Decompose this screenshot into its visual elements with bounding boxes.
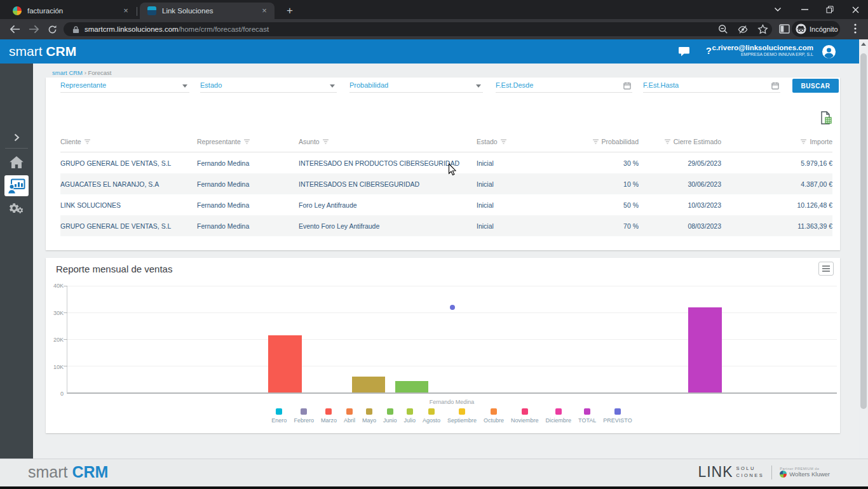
filter-estado[interactable]: Estado xyxy=(200,79,337,93)
window-chevron-button[interactable] xyxy=(765,0,790,19)
breadcrumb-current: Forecast xyxy=(88,69,111,76)
url-path: /home/crm/forecast/forecast xyxy=(179,25,269,33)
legend-label: Octubre xyxy=(484,417,504,424)
column-header-estado[interactable]: Estado xyxy=(477,138,561,145)
new-tab-button[interactable]: + xyxy=(282,3,297,18)
legend-label: Diciembre xyxy=(546,417,572,424)
footer-brand: smart CRM xyxy=(28,463,108,481)
bottom-black-bar xyxy=(0,486,868,489)
table-row[interactable]: AGUACATES EL NARANJO, S.A Fernando Medin… xyxy=(60,173,832,194)
bookmark-button[interactable] xyxy=(757,24,768,37)
footer-divider xyxy=(771,466,772,479)
filter-representante[interactable]: Representante xyxy=(60,79,189,93)
filter-icon xyxy=(244,139,250,144)
point-previsto xyxy=(450,305,455,310)
legend-label: TOTAL xyxy=(578,417,596,424)
sidebar-item-home[interactable] xyxy=(0,156,33,168)
eye-crossed-icon xyxy=(737,25,749,34)
zoom-button[interactable] xyxy=(718,24,728,37)
filter-icon xyxy=(801,139,806,144)
column-header-cierre-estimado[interactable]: Cierre Estimado xyxy=(639,138,721,145)
kebab-menu-icon xyxy=(854,23,857,34)
legend-item: Septiembre xyxy=(447,408,477,424)
export-excel-button[interactable] xyxy=(818,111,832,124)
breadcrumb-root-link[interactable]: smart CRM xyxy=(52,69,83,76)
legend-swatch xyxy=(366,408,372,415)
user-block[interactable]: c.rivero@linksoluciones.com EMPRESA DEMO… xyxy=(712,43,814,58)
tab-title: facturación xyxy=(27,7,121,15)
reload-icon xyxy=(48,25,57,34)
cell-estado: Inicial xyxy=(477,180,561,188)
bar-total xyxy=(688,307,722,392)
window-restore-button[interactable] xyxy=(817,0,843,19)
tab-link-soluciones[interactable]: Link Soluciones × xyxy=(140,3,275,19)
cell-cliente: AGUACATES EL NARANJO, S.A xyxy=(60,180,197,188)
column-header-representante[interactable]: Representante xyxy=(197,138,299,145)
cell-importe: 10.126,48 € xyxy=(721,201,832,209)
sidebar-item-settings[interactable] xyxy=(0,202,33,217)
chart-legend: Enero Febrero Marzo Abril Mayo Junio xyxy=(67,408,837,424)
legend-swatch xyxy=(276,408,282,415)
axis-tick xyxy=(64,366,67,366)
window-close-button[interactable] xyxy=(843,0,868,19)
column-header-asunto[interactable]: Asunto xyxy=(299,138,477,145)
tab-close-icon[interactable]: × xyxy=(259,6,269,16)
filter-fecha-desde[interactable]: F.Est.Desde xyxy=(496,79,632,93)
table-row[interactable]: GRUPO GENERAL DE VENTAS, S.L Fernando Me… xyxy=(60,215,832,236)
legend-swatch xyxy=(407,408,413,415)
legend-label: PREVISTO xyxy=(603,417,632,424)
table-row[interactable]: LINK SOLUCIONES Fernando Medina Foro Ley… xyxy=(60,194,832,215)
axis-tick xyxy=(64,286,67,286)
scroll-up-button[interactable] xyxy=(859,39,868,48)
cell-asunto: INTERESADOS EN CIBERSEGURIDAD xyxy=(299,180,477,188)
cell-estado: Inicial xyxy=(477,159,561,167)
sidebar-item-forecast-active[interactable] xyxy=(4,175,29,196)
scrollbar-thumb[interactable] xyxy=(860,53,867,409)
filter-label: F.Est.Desde xyxy=(496,81,533,89)
main-content: smart CRM › Forecast Representante Estad… xyxy=(33,64,859,459)
legend-item: Diciembre xyxy=(546,408,572,424)
chat-button[interactable] xyxy=(678,46,690,59)
buscar-button[interactable]: BUSCAR xyxy=(792,79,839,93)
cell-probabilidad: 10 % xyxy=(561,180,639,188)
restore-icon xyxy=(826,6,834,13)
legend-label: Marzo xyxy=(321,417,337,424)
address-bar[interactable]: smartcrm.linksoluciones.com/home/crm/for… xyxy=(64,22,772,36)
partner-text: Partner PREMIUM de xyxy=(780,467,830,471)
user-avatar-button[interactable] xyxy=(822,44,836,62)
legend-swatch xyxy=(428,408,435,415)
breadcrumb-separator: › xyxy=(85,69,86,76)
help-button[interactable]: ? xyxy=(706,45,712,56)
sidebar-expand-button[interactable] xyxy=(0,133,33,142)
cell-asunto: Evento Foro Ley Antifraude xyxy=(299,222,477,230)
chart-menu-button[interactable] xyxy=(818,262,834,276)
filter-label: F.Est.Hasta xyxy=(643,81,679,89)
y-tick-0: 0 xyxy=(47,391,64,397)
column-header-probabilidad[interactable]: Probabilidad xyxy=(561,138,639,145)
back-button[interactable] xyxy=(9,24,20,34)
x-axis-category-label: Fernando Medina xyxy=(67,399,837,405)
link-soluciones-logo-text: SOLU CIONES xyxy=(736,466,764,478)
filter-label: Representante xyxy=(60,81,106,89)
window-minimize-button[interactable] xyxy=(792,0,817,19)
user-email: c.rivero@linksoluciones.com xyxy=(712,43,814,52)
privacy-eye-button[interactable] xyxy=(737,25,749,37)
side-panel-button[interactable] xyxy=(779,24,790,36)
gridline xyxy=(67,286,837,286)
url-text: smartcrm.linksoluciones.com/home/crm/for… xyxy=(85,25,269,33)
forward-button[interactable] xyxy=(28,24,39,34)
table-body: GRUPO GENERAL DE VENTAS, S.L Fernando Me… xyxy=(60,152,832,236)
table-row[interactable]: GRUPO GENERAL DE VENTAS, S.L Fernando Me… xyxy=(60,152,832,173)
reload-button[interactable] xyxy=(46,24,58,34)
column-header-cliente[interactable]: Cliente xyxy=(60,138,197,145)
tab-separator xyxy=(137,7,137,16)
column-header-importe[interactable]: Importe xyxy=(721,138,832,145)
filter-icon xyxy=(85,139,90,144)
cell-probabilidad: 30 % xyxy=(561,159,639,167)
tab-close-icon[interactable]: × xyxy=(121,6,131,16)
browser-menu-button[interactable] xyxy=(850,23,860,34)
filter-fecha-hasta[interactable]: F.Est.Hasta xyxy=(643,79,780,93)
filter-probabilidad[interactable]: Probabilidad xyxy=(349,79,483,93)
page-scrollbar[interactable] xyxy=(859,39,868,489)
tab-facturacion[interactable]: facturación × xyxy=(5,3,136,19)
